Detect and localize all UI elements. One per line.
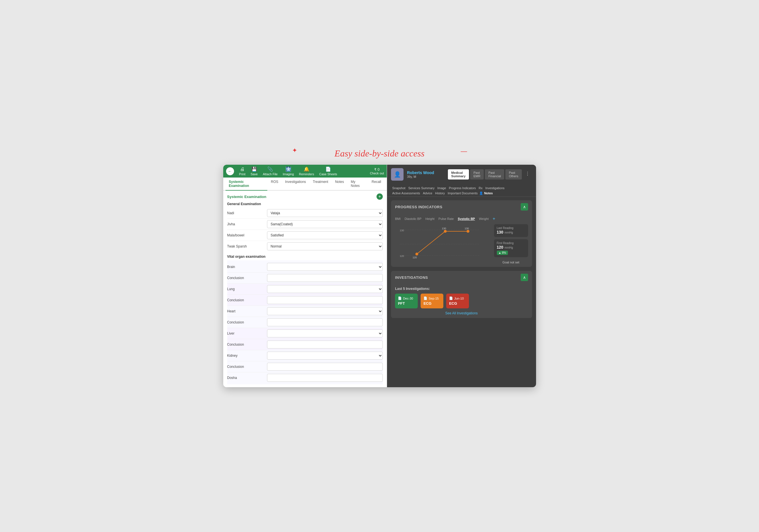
dosha-input[interactable] [267, 374, 383, 382]
tab-investigations[interactable]: Investigations [282, 178, 309, 190]
rnav-image[interactable]: Image [436, 186, 447, 190]
progress-chart: 120 130 120 1 [395, 224, 490, 261]
print-icon: 🖨 [240, 167, 245, 172]
heart-conclusion-input[interactable] [267, 318, 383, 326]
liver-select[interactable] [267, 329, 383, 337]
tagline-banner: ✦ Easy side-by-side access — [223, 145, 536, 162]
nav-tabs-bar: Systemic Examination ROS Investigations … [223, 178, 387, 190]
rnav-investigations[interactable]: Investigations [484, 186, 506, 190]
tab-my-notes[interactable]: My Notes [347, 178, 368, 190]
svg-text:130: 130 [400, 229, 404, 232]
investigations-card: INVESTIGATIONS ∧ Last 5 Investigations: … [391, 271, 532, 318]
kidney-row: Kidney [227, 350, 383, 361]
rnav-history[interactable]: History [434, 191, 446, 195]
lung-select[interactable] [267, 285, 383, 293]
add-metric-button[interactable]: + [493, 216, 495, 221]
save-icon: 💾 [251, 166, 257, 172]
section-header: Systemic Examination + [227, 193, 383, 200]
rnav-notes[interactable]: 👤 Notes [479, 191, 493, 195]
nadi-select[interactable]: Vataja [267, 209, 383, 217]
avatar: 👤 [391, 168, 404, 181]
left-panel: ← 🖨 Print 💾 Save 📎 Attach File 🩻 Imaging [223, 165, 387, 387]
kidney-select[interactable] [267, 351, 383, 360]
rnav-advice[interactable]: Advice [422, 191, 433, 195]
inv-card-toggle[interactable]: ∧ [521, 274, 528, 281]
jivha-select[interactable]: Sama(Coated) [267, 220, 383, 228]
twak-select[interactable]: Normal [267, 242, 383, 250]
lung-conclusion-input[interactable] [267, 296, 383, 304]
heart-select[interactable] [267, 307, 383, 315]
liver-conclusion-input[interactable] [267, 341, 383, 348]
print-button[interactable]: 🖨 Print [239, 167, 246, 176]
back-button[interactable]: ← [226, 167, 234, 175]
sparkle-left-icon: ✦ [292, 146, 297, 154]
progress-card-toggle[interactable]: ∧ [521, 203, 528, 211]
tab-systemic-examination[interactable]: Systemic Examination [225, 178, 267, 190]
rnav-important-documents[interactable]: Important Documents [447, 191, 479, 195]
liver-label: Liver [227, 331, 267, 335]
metric-bmi[interactable]: BMI [395, 217, 401, 221]
lung-conclusion-row: Conclusion [227, 295, 383, 306]
last-reading-label: Last Reading [497, 226, 525, 229]
save-button[interactable]: 💾 Save [251, 166, 258, 176]
brain-select[interactable] [267, 263, 383, 271]
brain-conclusion-input[interactable] [267, 274, 383, 282]
heart-label: Heart [227, 309, 267, 313]
lung-conclusion-label: Conclusion [227, 298, 267, 302]
last-reading-unit: mmHg [504, 231, 513, 234]
brain-conclusion-row: Conclusion [227, 272, 383, 284]
tab-treatment[interactable]: Treatment [309, 178, 332, 190]
inv-item-jun10: 📄 Jun-10 ECG [446, 294, 469, 308]
rnav-active-assessments[interactable]: Active Assessments [391, 191, 421, 195]
progress-indicators-card: PROGRESS INDICATORS ∧ BMI Diastolic BP H… [391, 200, 532, 267]
progress-card-title: PROGRESS INDICATORS [395, 205, 442, 209]
metric-diastolic[interactable]: Diastolic BP [405, 217, 421, 221]
mala-select[interactable]: Satisfied [267, 231, 383, 239]
add-section-button[interactable]: + [377, 193, 383, 200]
svg-point-7 [467, 230, 469, 233]
jivha-row: Jivha Sama(Coated) [227, 219, 383, 230]
see-all-investigations-link[interactable]: See All Investigations [395, 311, 528, 315]
inv-item-dec30: 📄 Dec-30 PFT [395, 294, 418, 308]
tab-notes[interactable]: Notes [332, 178, 347, 190]
rnav-progress-indicators[interactable]: Progress Indicators [448, 186, 477, 190]
reminders-button[interactable]: 🔔 Reminders [299, 166, 314, 176]
rnav-rx[interactable]: Rx [477, 186, 483, 190]
svg-text:120: 120 [400, 255, 404, 258]
metric-pulse[interactable]: Pulse Rate [439, 217, 454, 221]
inv-type-jun10: ECG [449, 301, 466, 306]
dosha-label: Dosha [227, 376, 267, 380]
chart-svg-container: 120 130 120 1 [395, 224, 490, 261]
rnav-snapshot[interactable]: Snapshot [391, 186, 406, 190]
tab-ros[interactable]: ROS [267, 178, 282, 190]
rnav-services-summary[interactable]: Services Summary [407, 186, 436, 190]
reading-panel: Last Reading 130 mmHg First Reading [494, 224, 528, 264]
liver-conclusion-row: Conclusion [227, 339, 383, 350]
more-options-button[interactable]: ⋮ [523, 169, 532, 180]
checkout-button[interactable]: ₹ 0 Check out [370, 168, 384, 175]
kidney-conclusion-label: Conclusion [227, 365, 267, 369]
tab-past-emr[interactable]: PastEMR [470, 169, 484, 180]
progress-card-body: BMI Diastolic BP Height Pulse Rate Systo… [391, 213, 532, 267]
heart-conclusion-label: Conclusion [227, 320, 267, 324]
tab-recall[interactable]: Recall [368, 178, 384, 190]
tab-past-others[interactable]: PastOthers [505, 169, 522, 180]
metric-height[interactable]: Height [425, 217, 434, 221]
imaging-button[interactable]: 🩻 Imaging [283, 166, 294, 176]
lung-row: Lung [227, 284, 383, 295]
attach-icon: 📎 [267, 166, 273, 172]
doc-icon-jun10: 📄 [449, 297, 453, 300]
inv-cards-row: 📄 Dec-30 PFT 📄 Sep-15 ECG [395, 294, 528, 308]
tab-medical-summary[interactable]: MedicalSummary [448, 169, 469, 180]
change-badge: ▲ 8% [497, 251, 508, 255]
brain-conclusion-label: Conclusion [227, 276, 267, 280]
kidney-conclusion-input[interactable] [267, 363, 383, 371]
tab-past-financial[interactable]: PastFinancial [485, 169, 504, 180]
patient-header: 👤 Roberts Wood 39y, M MedicalSummary Pas… [387, 165, 536, 184]
attach-file-button[interactable]: 📎 Attach File [263, 166, 278, 176]
metric-systolic[interactable]: Systolic BP [458, 217, 475, 221]
case-sheets-button[interactable]: 📄 Case Sheets [319, 166, 337, 176]
svg-text:130: 130 [442, 227, 446, 230]
doc-icon-sep15: 📄 [423, 297, 427, 300]
metric-weight[interactable]: Weight [479, 217, 489, 221]
